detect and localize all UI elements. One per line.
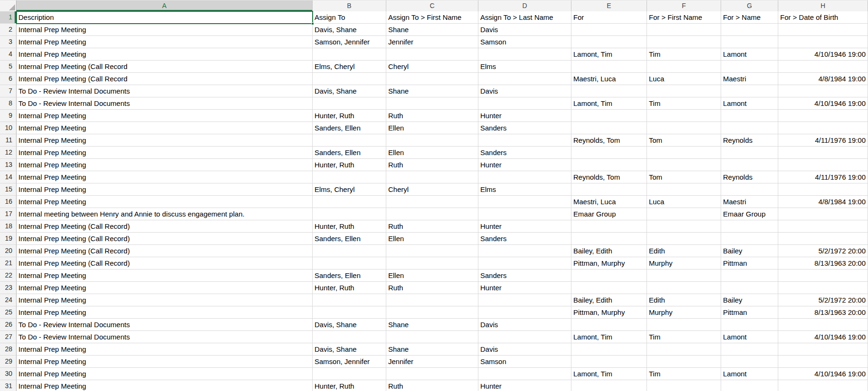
cell-C22[interactable]: Ellen (386, 269, 478, 282)
cell-F29[interactable] (647, 356, 721, 368)
cell-B21[interactable] (313, 257, 386, 269)
cell-H18[interactable] (778, 220, 868, 233)
cell-C14[interactable] (386, 171, 478, 183)
cell-A7[interactable]: To Do - Review Internal Documents (17, 85, 313, 97)
cell-D1[interactable]: Assign To > Last Name (478, 11, 571, 24)
cell-E26[interactable] (571, 319, 647, 331)
cell-G14[interactable]: Reynolds (721, 171, 778, 183)
cell-G5[interactable] (721, 61, 778, 73)
cell-D22[interactable]: Sanders (478, 269, 571, 282)
cell-C30[interactable] (386, 368, 478, 380)
row-header-1[interactable]: 1 (0, 11, 17, 24)
row-header-18[interactable]: 18 (0, 220, 17, 233)
cell-D4[interactable] (478, 48, 571, 61)
cell-B26[interactable]: Davis, Shane (313, 319, 386, 331)
cell-F17[interactable] (647, 208, 721, 220)
cell-D10[interactable]: Sanders (478, 122, 571, 134)
cell-A9[interactable]: Internal Prep Meeting (17, 110, 313, 122)
row-header-26[interactable]: 26 (0, 319, 17, 331)
row-header-7[interactable]: 7 (0, 85, 17, 97)
cell-C10[interactable]: Ellen (386, 122, 478, 134)
cell-H22[interactable] (778, 269, 868, 282)
cell-B1[interactable]: Assign To (313, 11, 386, 24)
cell-F31[interactable] (647, 380, 721, 391)
cell-B12[interactable]: Sanders, Ellen (313, 147, 386, 159)
cell-D29[interactable]: Samson (478, 356, 571, 368)
cell-G17[interactable]: Emaar Group (721, 208, 778, 220)
cell-D7[interactable]: Davis (478, 85, 571, 97)
row-header-16[interactable]: 16 (0, 196, 17, 208)
cell-B28[interactable]: Davis, Shane (313, 343, 386, 356)
cell-F22[interactable] (647, 269, 721, 282)
cell-G19[interactable] (721, 233, 778, 245)
cell-E25[interactable]: Pittman, Murphy (571, 306, 647, 319)
cell-C1[interactable]: Assign To > First Name (386, 11, 478, 24)
cell-F2[interactable] (647, 24, 721, 36)
cell-F24[interactable]: Edith (647, 294, 721, 306)
cell-G7[interactable] (721, 85, 778, 97)
cell-H1[interactable]: For > Date of Birth (778, 11, 868, 24)
cell-A18[interactable]: Internal Prep Meeting (Call Record) (17, 220, 313, 233)
cell-D23[interactable]: Hunter (478, 282, 571, 294)
cell-G30[interactable]: Lamont (721, 368, 778, 380)
cell-E6[interactable]: Maestri, Luca (571, 73, 647, 85)
cell-D27[interactable] (478, 331, 571, 343)
cell-B16[interactable] (313, 196, 386, 208)
cell-D8[interactable] (478, 97, 571, 110)
cell-D18[interactable]: Hunter (478, 220, 571, 233)
cell-H29[interactable] (778, 356, 868, 368)
cell-B30[interactable] (313, 368, 386, 380)
cell-F27[interactable]: Tim (647, 331, 721, 343)
cell-D24[interactable] (478, 294, 571, 306)
cell-B5[interactable]: Elms, Cheryl (313, 61, 386, 73)
cell-C8[interactable] (386, 97, 478, 110)
cell-B6[interactable] (313, 73, 386, 85)
cell-F19[interactable] (647, 233, 721, 245)
cell-E28[interactable] (571, 343, 647, 356)
cell-D25[interactable] (478, 306, 571, 319)
cell-E17[interactable]: Emaar Group (571, 208, 647, 220)
row-header-9[interactable]: 9 (0, 110, 17, 122)
cell-C20[interactable] (386, 245, 478, 257)
column-header-A[interactable]: A (17, 0, 313, 12)
cell-B13[interactable]: Hunter, Ruth (313, 159, 386, 171)
cell-G13[interactable] (721, 159, 778, 171)
cell-B14[interactable] (313, 171, 386, 183)
cell-B27[interactable] (313, 331, 386, 343)
cell-C3[interactable]: Jennifer (386, 36, 478, 48)
cell-G25[interactable]: Pittman (721, 306, 778, 319)
cell-H7[interactable] (778, 85, 868, 97)
cell-B17[interactable] (313, 208, 386, 220)
cell-E13[interactable] (571, 159, 647, 171)
column-header-H[interactable]: H (778, 0, 868, 12)
cell-F3[interactable] (647, 36, 721, 48)
row-header-14[interactable]: 14 (0, 171, 17, 183)
cell-D5[interactable]: Elms (478, 61, 571, 73)
cell-H30[interactable]: 4/10/1946 19:00 (778, 368, 868, 380)
cell-B20[interactable] (313, 245, 386, 257)
fill-handle[interactable] (311, 22, 314, 25)
cell-A23[interactable]: Internal Prep Meeting (17, 282, 313, 294)
cell-H9[interactable] (778, 110, 868, 122)
cell-B25[interactable] (313, 306, 386, 319)
cell-D12[interactable]: Sanders (478, 147, 571, 159)
row-header-19[interactable]: 19 (0, 233, 17, 245)
cell-G3[interactable] (721, 36, 778, 48)
cell-G23[interactable] (721, 282, 778, 294)
cell-E22[interactable] (571, 269, 647, 282)
cell-G16[interactable]: Maestri (721, 196, 778, 208)
cell-G2[interactable] (721, 24, 778, 36)
cell-H5[interactable] (778, 61, 868, 73)
cell-A30[interactable]: Internal Prep Meeting (17, 368, 313, 380)
cell-E19[interactable] (571, 233, 647, 245)
cell-E20[interactable]: Bailey, Edith (571, 245, 647, 257)
column-header-D[interactable]: D (478, 0, 571, 12)
cell-A14[interactable]: Internal Prep Meeting (17, 171, 313, 183)
cell-C23[interactable]: Ruth (386, 282, 478, 294)
cell-B11[interactable] (313, 134, 386, 147)
cell-E31[interactable] (571, 380, 647, 391)
cell-D6[interactable] (478, 73, 571, 85)
cell-D14[interactable] (478, 171, 571, 183)
cell-F11[interactable]: Tom (647, 134, 721, 147)
cell-F18[interactable] (647, 220, 721, 233)
